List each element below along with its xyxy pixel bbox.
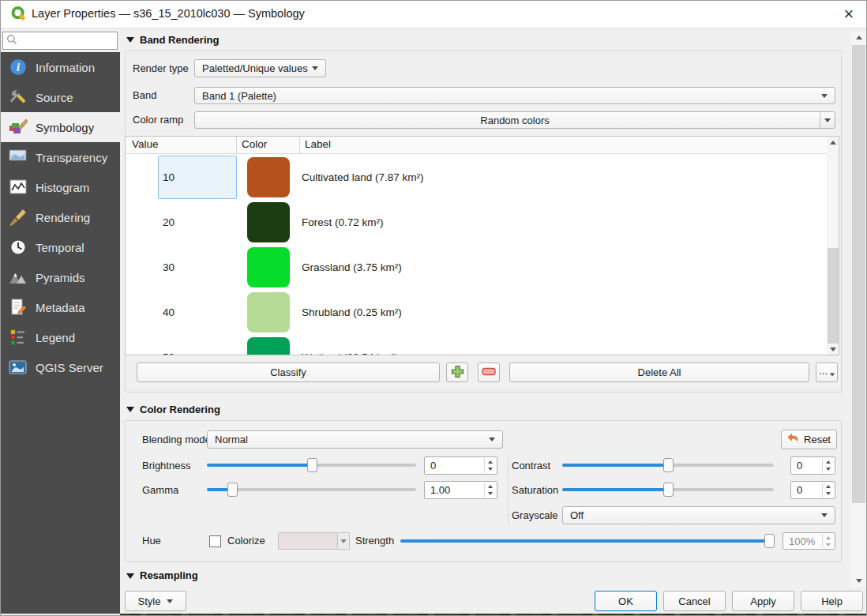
brightness-spinbox[interactable]: 0: [424, 456, 497, 475]
plus-icon: [451, 365, 464, 381]
spin-up-icon[interactable]: [823, 458, 834, 466]
add-entry-button[interactable]: [446, 362, 468, 382]
table-row[interactable]: 30 Grassland (3.75 km²): [126, 245, 826, 290]
colorize-checkbox[interactable]: [209, 535, 221, 547]
gamma-spinbox[interactable]: 1.00: [424, 481, 497, 499]
label-cell[interactable]: Cultivated land (7.87 km²): [302, 155, 424, 200]
label-cell[interactable]: Wetland (26.54 km²): [302, 335, 398, 355]
label-cell[interactable]: Shrubland (0.25 km²): [302, 290, 402, 335]
spin-down-icon[interactable]: [485, 490, 496, 498]
value-cell[interactable]: 20: [163, 200, 175, 245]
sidebar-item-transparency[interactable]: Transparency: [0, 142, 120, 172]
saturation-slider[interactable]: [562, 483, 774, 497]
slider-handle[interactable]: [663, 458, 674, 472]
value-cell[interactable]: 40: [163, 290, 175, 335]
color-swatch[interactable]: [247, 202, 290, 242]
color-swatch[interactable]: [247, 247, 290, 287]
band-rendering-collapse-icon[interactable]: [126, 37, 134, 43]
brightness-label: Brightness: [142, 456, 190, 475]
brightness-slider[interactable]: [207, 458, 416, 472]
value-cell[interactable]: 10: [163, 155, 175, 200]
slider-handle[interactable]: [307, 458, 317, 472]
contrast-slider[interactable]: [562, 458, 774, 472]
colorize-color-button[interactable]: [278, 532, 338, 550]
spin-down-icon[interactable]: [823, 490, 834, 498]
column-header-label[interactable]: Label: [305, 138, 331, 150]
slider-handle[interactable]: [663, 483, 674, 497]
sidebar-item-symbology[interactable]: Symbology: [0, 112, 120, 142]
remove-entry-button[interactable]: [478, 362, 500, 382]
table-row[interactable]: 40 Shrubland (0.25 km²): [126, 290, 826, 335]
sidebar-item-source[interactable]: Source: [0, 82, 120, 112]
table-scrollbar-thumb[interactable]: [828, 248, 839, 344]
grayscale-select[interactable]: Off: [562, 506, 835, 524]
contrast-spinbox[interactable]: 0: [790, 456, 835, 475]
chevron-down-icon: [824, 118, 831, 122]
gamma-slider[interactable]: [207, 483, 416, 497]
label-cell[interactable]: Grassland (3.75 km²): [302, 245, 402, 290]
spin-up-icon[interactable]: [823, 483, 834, 490]
classification-table[interactable]: Value Color Label 10 Cultivated land (7.…: [125, 136, 839, 355]
classify-button[interactable]: Classify: [137, 362, 440, 382]
cancel-button[interactable]: Cancel: [663, 591, 726, 611]
slider-handle[interactable]: [764, 534, 775, 548]
scroll-down-icon[interactable]: [827, 344, 839, 355]
search-input[interactable]: [2, 32, 118, 50]
sidebar-item-rendering[interactable]: Rendering: [0, 202, 120, 232]
strength-spinbox[interactable]: 100%: [783, 532, 835, 550]
table-row[interactable]: 50 Wetland (26.54 km²): [126, 335, 826, 355]
colorize-color-dropdown[interactable]: [338, 532, 350, 550]
color-rendering-collapse-icon[interactable]: [126, 407, 134, 412]
delete-all-button[interactable]: Delete All: [509, 362, 809, 382]
strength-slider[interactable]: [400, 534, 775, 548]
dialog-scrollbar[interactable]: [851, 32, 866, 587]
spin-up-icon[interactable]: [823, 534, 834, 541]
slider-handle[interactable]: [227, 483, 238, 497]
sidebar-item-information[interactable]: i Information: [0, 52, 120, 82]
table-row[interactable]: 10 Cultivated land (7.87 km²): [126, 155, 826, 200]
sidebar-item-temporal[interactable]: Temporal: [0, 232, 120, 262]
style-button[interactable]: Style: [125, 591, 186, 611]
resampling-collapse-icon[interactable]: [126, 573, 134, 579]
color-swatch[interactable]: [247, 292, 290, 332]
scroll-down-icon[interactable]: [851, 575, 866, 587]
color-swatch[interactable]: [247, 337, 290, 355]
chevron-down-icon: [312, 66, 318, 70]
sidebar-item-histogram[interactable]: Histogram: [0, 172, 120, 202]
sidebar-item-legend[interactable]: Legend: [0, 322, 120, 352]
spin-up-icon[interactable]: [485, 458, 496, 466]
reset-button[interactable]: Reset: [781, 430, 837, 449]
table-header[interactable]: Value Color Label: [126, 137, 839, 154]
saturation-spinbox[interactable]: 0: [790, 481, 835, 499]
apply-button[interactable]: Apply: [732, 591, 794, 611]
table-row[interactable]: 20 Forest (0.72 km²): [126, 200, 826, 245]
render-type-select[interactable]: Paletted/Unique values: [194, 59, 326, 77]
ok-button[interactable]: OK: [595, 591, 657, 611]
advanced-options-button[interactable]: …: [816, 362, 838, 382]
scroll-up-icon[interactable]: [851, 32, 866, 43]
spin-down-icon[interactable]: [485, 466, 496, 474]
band-label: Band: [133, 87, 156, 104]
label-cell[interactable]: Forest (0.72 km²): [302, 200, 384, 245]
value-cell[interactable]: 50: [163, 335, 175, 355]
column-header-value[interactable]: Value: [132, 138, 159, 150]
spin-up-icon[interactable]: [485, 483, 496, 490]
color-ramp-select[interactable]: Random colors: [194, 111, 835, 129]
spin-down-icon[interactable]: [823, 541, 834, 548]
sidebar-item-metadata[interactable]: Metadata: [0, 292, 120, 322]
band-select[interactable]: Band 1 (Palette): [194, 87, 835, 104]
column-header-color[interactable]: Color: [242, 138, 267, 150]
color-swatch[interactable]: [247, 157, 290, 197]
sidebar-item-pyramids[interactable]: Pyramids: [0, 262, 120, 292]
table-scrollbar[interactable]: [827, 137, 839, 355]
color-ramp-dropdown-button[interactable]: [820, 112, 835, 128]
sidebar-item-qgis-server[interactable]: QGIS Server: [0, 352, 120, 382]
help-button[interactable]: Help: [801, 591, 863, 611]
band-rendering-header: Band Rendering: [140, 34, 219, 46]
spin-down-icon[interactable]: [823, 466, 834, 474]
value-cell[interactable]: 30: [163, 245, 175, 290]
blending-mode-select[interactable]: Normal: [207, 430, 503, 449]
scroll-up-icon[interactable]: [827, 137, 839, 148]
dialog-scrollbar-thumb[interactable]: [852, 45, 865, 503]
close-icon[interactable]: ×: [835, 2, 862, 26]
